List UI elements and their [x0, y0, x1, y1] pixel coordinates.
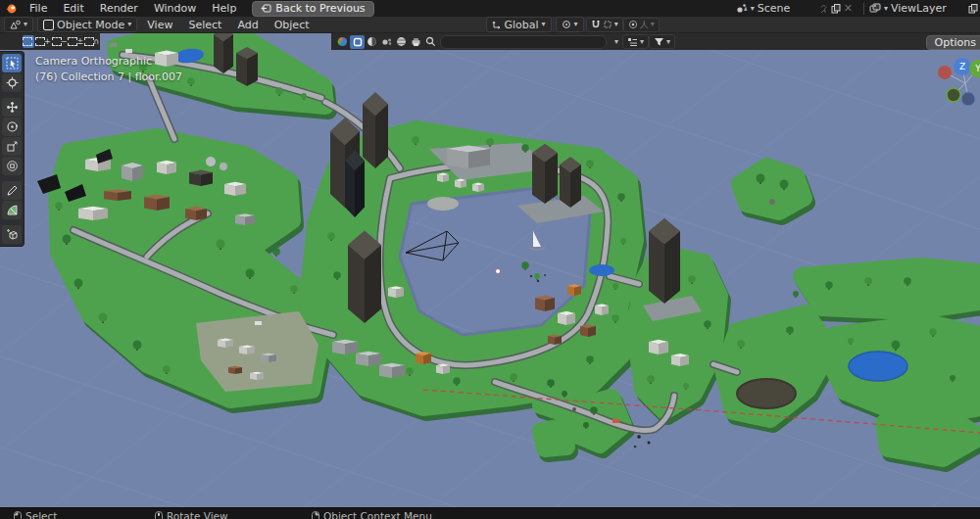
- pivot-point-selector[interactable]: ▾: [556, 17, 584, 32]
- gizmo-axis-y-neg[interactable]: [947, 88, 960, 102]
- scene-icon: [736, 3, 748, 14]
- tool-rotate[interactable]: [2, 118, 22, 136]
- filter-controls[interactable]: ▾: [649, 34, 675, 49]
- options-label: Options: [935, 36, 976, 49]
- status-bar: Select Rotate View Object Context Menu: [0, 507, 980, 519]
- select-mode-intersect[interactable]: ∩: [85, 35, 99, 48]
- mouse-middle-icon: [155, 511, 163, 519]
- mode-selector[interactable]: Object Mode ▾: [37, 17, 137, 32]
- tool-add-cube[interactable]: [2, 225, 22, 244]
- gizmo-y-label: Y: [974, 64, 980, 73]
- menu-view[interactable]: View: [139, 19, 180, 31]
- mouse-left-icon: [14, 511, 22, 519]
- viewlayer-name: ViewLayer: [891, 2, 952, 15]
- object-visibility-icon[interactable]: [379, 35, 394, 49]
- orientation-icon: [492, 20, 502, 29]
- select-mode-extend[interactable]: +: [36, 35, 51, 48]
- viewport-header: ▾ Object Mode ▾ View Select Add Object G…: [0, 17, 980, 33]
- viewlayer-selector[interactable]: ▾ ViewLayer: [869, 2, 978, 15]
- menu-file[interactable]: File: [22, 2, 55, 15]
- shading-texture-icon[interactable]: [394, 35, 409, 49]
- object-mode-icon: [43, 20, 54, 30]
- shading-solid-icon[interactable]: [350, 35, 365, 49]
- status-hint-rotate-view: Rotate View: [155, 510, 228, 519]
- pin-icon[interactable]: [819, 4, 828, 14]
- gizmo-axis-z-neg[interactable]: [961, 92, 975, 106]
- active-collection-label: (76) Collection 7 | floor.007: [35, 70, 182, 85]
- render-output-icon[interactable]: [409, 35, 423, 49]
- transform-orientation-selector[interactable]: Global ▾: [486, 17, 552, 32]
- snap-controls[interactable]: ▾: [586, 18, 623, 32]
- new-viewlayer-icon[interactable]: [968, 4, 978, 14]
- status-hint-context-menu: Object Context Menu: [312, 510, 432, 519]
- scene-selector[interactable]: ▾ Scene ✕: [736, 2, 853, 15]
- search-icon[interactable]: [423, 35, 438, 49]
- blender-window: File Edit Render Window Help Back to Pre…: [0, 0, 980, 519]
- orientation-label: Global: [505, 19, 539, 31]
- navigation-gizmo[interactable]: Z Y: [927, 49, 980, 114]
- tool-cursor[interactable]: [2, 73, 22, 92]
- mouse-right-icon: [312, 511, 319, 519]
- tool-measure[interactable]: [2, 201, 22, 219]
- select-mode-subtract[interactable]: −: [53, 35, 68, 48]
- tool-settings-right: ▾ ▾ ▾ Options: [331, 33, 980, 50]
- viewport-overlay-text: Camera Orthographic (76) Collection 7 | …: [35, 54, 182, 85]
- gizmo-axis-x-neg[interactable]: [938, 66, 952, 79]
- proportional-edit-controls[interactable]: 人 ▾: [623, 18, 660, 32]
- filter-funnel-icon: [654, 37, 664, 47]
- tool-scale[interactable]: [2, 137, 22, 156]
- menu-edit[interactable]: Edit: [55, 2, 91, 15]
- display-mode-icon: [627, 37, 638, 47]
- proportional-edit-icon: [628, 20, 638, 29]
- viewlayer-dropdown-caret: ▾: [884, 5, 888, 13]
- tool-move[interactable]: [2, 98, 22, 117]
- back-to-previous-button[interactable]: Back to Previous: [252, 1, 373, 17]
- unlink-scene-icon[interactable]: ✕: [844, 2, 853, 15]
- select-mode-invert[interactable]: ±: [69, 35, 83, 48]
- select-mode-new[interactable]: [23, 35, 34, 48]
- menu-window[interactable]: Window: [146, 2, 204, 15]
- menu-add[interactable]: Add: [229, 19, 266, 31]
- tool-annotate[interactable]: [2, 181, 22, 200]
- blender-logo-icon: [0, 2, 22, 15]
- editor-3d-viewport-icon: [10, 20, 21, 29]
- shading-rendered-icon[interactable]: [335, 35, 350, 49]
- menu-help[interactable]: Help: [204, 2, 244, 15]
- toolbar: [0, 51, 24, 247]
- display-mode-selector[interactable]: ▾: [622, 34, 649, 49]
- search-dropdown-caret[interactable]: ▾: [614, 38, 618, 46]
- menu-render[interactable]: Render: [92, 2, 146, 15]
- back-button-label: Back to Previous: [275, 2, 365, 15]
- snap-target-icon: [603, 20, 612, 29]
- tool-settings-left: + − ± ∩: [0, 33, 100, 50]
- shading-material-icon[interactable]: [365, 35, 379, 49]
- options-button[interactable]: Options: [926, 35, 980, 50]
- menu-select[interactable]: Select: [180, 19, 229, 31]
- scene-dropdown-caret: ▾: [751, 5, 755, 13]
- viewlayer-icon: [869, 3, 881, 14]
- search-input[interactable]: [440, 35, 607, 49]
- editor-type-selector[interactable]: ▾: [4, 17, 33, 32]
- menu-object[interactable]: Object: [267, 19, 318, 31]
- falloff-icon: 人: [640, 19, 649, 31]
- tool-select-box[interactable]: [2, 54, 22, 72]
- tool-transform[interactable]: [2, 157, 22, 175]
- top-menu-bar: File Edit Render Window Help Back to Pre…: [0, 0, 980, 17]
- new-scene-icon[interactable]: [831, 4, 841, 14]
- magnet-icon: [591, 20, 601, 29]
- mode-label: Object Mode: [57, 19, 124, 31]
- back-icon: [261, 4, 271, 13]
- scene-name: Scene: [758, 2, 816, 15]
- pivot-icon: [562, 20, 571, 29]
- status-hint-select: Select: [14, 510, 57, 519]
- gizmo-z-label: Z: [959, 62, 965, 71]
- view-name-label: Camera Orthographic: [35, 54, 182, 70]
